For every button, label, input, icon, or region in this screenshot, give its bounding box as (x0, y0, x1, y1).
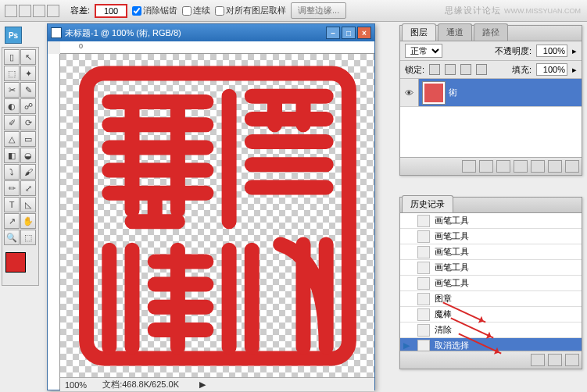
layer-mask-icon[interactable] (496, 160, 510, 173)
info-arrow-icon[interactable]: ▶ (199, 380, 206, 390)
tool-button[interactable]: ⟳ (20, 115, 36, 130)
tool-button[interactable]: ⬚ (4, 66, 20, 81)
antialias-checkbox[interactable]: 消除锯齿 (132, 5, 177, 16)
tool-button[interactable]: ✂ (4, 82, 20, 98)
tool-button[interactable]: ✦ (20, 66, 36, 81)
tool-button[interactable]: ⤢ (20, 180, 36, 196)
refine-edge-button[interactable]: 调整边缘... (291, 2, 346, 19)
history-step-label: 取消选择 (435, 340, 469, 351)
close-button[interactable]: × (357, 27, 371, 39)
file-info: 文档:468.8K/625.0K (102, 379, 179, 390)
tool-button[interactable]: ✋ (20, 213, 36, 229)
opacity-arrow-icon[interactable]: ▸ (572, 46, 577, 56)
adjustment-layer-icon[interactable] (514, 160, 528, 173)
layers-footer (400, 157, 582, 175)
tolerance-input[interactable] (95, 4, 127, 18)
canvas-area[interactable] (60, 54, 374, 377)
fill-arrow-icon[interactable]: ▸ (572, 65, 577, 75)
layers-tabs: 图层 通道 路径 (400, 26, 582, 41)
tool-button[interactable]: ⤵ (4, 164, 20, 180)
layers-panel: 图层 通道 路径 正常 不透明度: ▸ 锁定: 填充: ▸ 👁 術 (399, 25, 582, 176)
visibility-toggle-icon[interactable]: 👁 (400, 79, 419, 106)
ruler-horizontal[interactable] (60, 41, 374, 54)
history-item[interactable]: 画笔工具 (400, 244, 582, 260)
tool-button[interactable]: 🔍 (4, 230, 20, 245)
history-step-icon (417, 230, 430, 243)
lock-transparency-icon[interactable] (429, 64, 440, 75)
history-item[interactable]: 画笔工具 (400, 213, 582, 229)
tool-button[interactable]: ↗ (4, 213, 20, 229)
layer-item[interactable]: 👁 術 (400, 79, 582, 107)
tab-history[interactable]: 历史记录 (402, 195, 453, 212)
layer-thumbnail[interactable] (422, 81, 446, 105)
maximize-button[interactable]: □ (342, 27, 356, 39)
fill-input[interactable] (536, 63, 567, 76)
history-step-icon (417, 293, 430, 305)
new-layer-icon[interactable] (548, 160, 562, 173)
tool-button[interactable]: ✐ (4, 115, 20, 130)
tool-button[interactable]: ◐ (4, 98, 20, 114)
history-step-icon (417, 215, 430, 227)
selection-mode-icons[interactable] (5, 5, 59, 17)
tool-button[interactable]: △ (4, 131, 20, 147)
history-step-icon (417, 262, 430, 274)
history-step-label: 画笔工具 (435, 246, 469, 258)
contiguous-checkbox[interactable]: 连续 (182, 5, 210, 16)
document-titlebar[interactable]: 未标题-1 @ 100% (術, RGB/8) – □ × (48, 24, 374, 41)
history-step-icon (417, 340, 430, 351)
new-snapshot-icon[interactable] (531, 354, 545, 366)
history-footer (400, 351, 582, 369)
document-window: 未标题-1 @ 100% (術, RGB/8) – □ × 100% (47, 23, 375, 390)
zoom-level[interactable]: 100% (65, 380, 87, 390)
app-icon: Ps (5, 27, 22, 44)
opacity-input[interactable] (536, 45, 567, 57)
tab-paths[interactable]: 路径 (474, 23, 508, 41)
sample-all-checkbox[interactable]: 对所有图层取样 (215, 5, 286, 16)
new-document-icon[interactable] (548, 354, 562, 366)
blend-mode-select[interactable]: 正常 (405, 44, 442, 58)
ruler-vertical[interactable] (48, 54, 60, 390)
history-step-label: 画笔工具 (435, 277, 469, 289)
tab-channels[interactable]: 通道 (438, 23, 472, 41)
tool-button[interactable]: 🖌 (20, 164, 36, 180)
tolerance-label: 容差: (70, 5, 90, 16)
tool-button[interactable]: ◒ (20, 148, 36, 163)
color-swatches[interactable] (4, 251, 37, 283)
delete-state-icon[interactable] (565, 354, 579, 366)
history-item[interactable]: 魔棒 (400, 307, 582, 323)
layer-name[interactable]: 術 (449, 87, 457, 98)
tab-layers[interactable]: 图层 (402, 23, 436, 41)
tool-button[interactable]: ◺ (20, 197, 36, 212)
minimize-button[interactable]: – (326, 27, 340, 39)
history-item[interactable]: 画笔工具 (400, 260, 582, 276)
history-item[interactable]: 画笔工具 (400, 276, 582, 291)
history-step-label: 画笔工具 (435, 230, 469, 242)
delete-layer-icon[interactable] (565, 160, 579, 173)
tool-button[interactable]: ▯ (4, 49, 20, 65)
foreground-color-swatch[interactable] (5, 252, 26, 273)
tool-button[interactable]: ☍ (20, 98, 36, 114)
lock-move-icon[interactable] (460, 64, 471, 75)
tool-button[interactable]: T (4, 197, 20, 212)
tool-button[interactable]: ✎ (20, 82, 36, 98)
document-title: 未标题-1 @ 100% (術, RGB/8) (65, 27, 324, 39)
tool-button[interactable]: ↖ (20, 49, 36, 65)
current-state-icon: ▶ (403, 340, 413, 351)
opacity-label: 不透明度: (495, 45, 532, 57)
history-step-label: 画笔工具 (435, 215, 469, 226)
tool-button[interactable]: ▭ (20, 131, 36, 147)
tool-button[interactable]: ◧ (4, 148, 20, 163)
tool-button[interactable]: ✏ (4, 180, 20, 196)
tool-button[interactable]: ⬚ (20, 230, 36, 245)
new-group-icon[interactable] (531, 160, 545, 173)
history-step-icon (417, 246, 430, 258)
doc-icon (51, 27, 62, 38)
history-item[interactable]: 画笔工具 (400, 229, 582, 244)
link-layers-icon[interactable] (462, 160, 476, 173)
fill-label: 填充: (512, 64, 532, 76)
lock-paint-icon[interactable] (445, 64, 456, 75)
layer-style-icon[interactable] (479, 160, 493, 173)
history-item[interactable]: 图章 (400, 291, 582, 307)
lock-all-icon[interactable] (476, 64, 487, 75)
history-step-label: 画笔工具 (435, 262, 469, 273)
